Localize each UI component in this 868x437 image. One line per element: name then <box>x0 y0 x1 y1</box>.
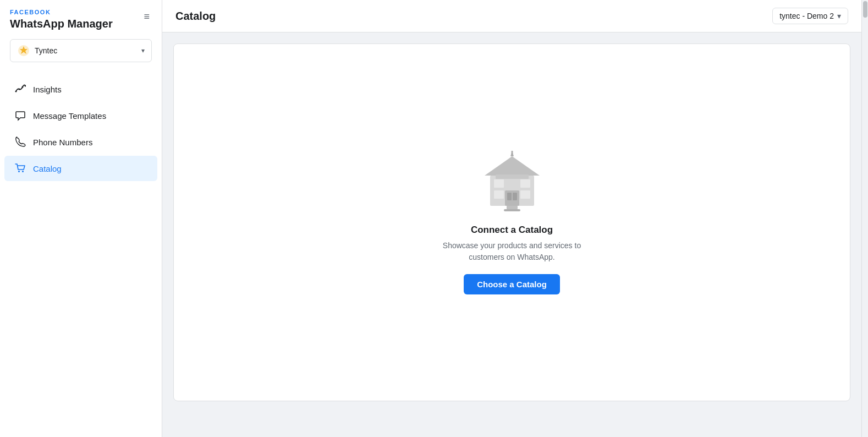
account-selector-chevron-icon: ▾ <box>141 47 145 54</box>
svg-marker-10 <box>510 151 514 156</box>
tyntec-logo-icon <box>18 45 30 57</box>
svg-rect-16 <box>520 179 530 188</box>
sidebar-item-insights-label: Insights <box>33 85 62 94</box>
scrollbar-area[interactable] <box>861 0 868 437</box>
account-selector[interactable]: Tyntec ▾ <box>10 39 152 62</box>
svg-rect-12 <box>494 190 504 199</box>
app-layout: FACEBOOK WhatsApp Manager ≡ Tyntec ▾ <box>0 0 868 437</box>
svg-rect-20 <box>496 174 529 179</box>
svg-rect-19 <box>504 209 520 211</box>
sidebar-brand: FACEBOOK WhatsApp Manager <box>10 9 113 39</box>
sidebar-item-phone-numbers-label: Phone Numbers <box>33 138 92 147</box>
catalog-icon <box>14 162 26 174</box>
sidebar-item-catalog[interactable]: Catalog <box>4 156 157 181</box>
svg-rect-11 <box>494 179 504 188</box>
svg-rect-18 <box>507 206 518 209</box>
account-name: Tyntec <box>35 46 141 55</box>
choose-catalog-button[interactable]: Choose a Catalog <box>464 274 560 294</box>
catalog-empty-description: Showcase your products and services to c… <box>441 240 584 263</box>
sidebar-item-phone-numbers[interactable]: Phone Numbers <box>4 129 157 155</box>
nav-menu: Insights Message Templates Phone N <box>0 71 162 187</box>
sidebar-item-insights[interactable]: Insights <box>4 77 157 102</box>
content-area: Connect a Catalog Showcase your products… <box>162 32 861 437</box>
catalog-card: Connect a Catalog Showcase your products… <box>173 43 850 401</box>
svg-point-6 <box>22 171 24 172</box>
svg-rect-14 <box>507 193 512 200</box>
svg-rect-17 <box>520 190 530 199</box>
svg-point-2 <box>19 89 20 90</box>
sidebar: FACEBOOK WhatsApp Manager ≡ Tyntec ▾ <box>0 0 162 437</box>
store-illustration-icon <box>479 151 545 211</box>
scrollbar-thumb[interactable] <box>863 1 867 18</box>
svg-point-3 <box>22 86 24 88</box>
svg-rect-13 <box>505 190 519 206</box>
svg-marker-8 <box>485 156 540 176</box>
app-title: WhatsApp Manager <box>10 18 113 30</box>
account-icon <box>17 44 30 57</box>
catalog-empty-title: Connect a Catalog <box>471 225 553 236</box>
sidebar-item-message-templates[interactable]: Message Templates <box>4 103 157 128</box>
main-header: Catalog tyntec - Demo 2 ▾ <box>162 0 861 32</box>
message-templates-icon <box>14 110 26 122</box>
sidebar-top-row: FACEBOOK WhatsApp Manager ≡ <box>0 0 162 39</box>
main-content: Catalog tyntec - Demo 2 ▾ <box>162 0 861 437</box>
account-switcher[interactable]: tyntec - Demo 2 ▾ <box>772 8 848 24</box>
page-title: Catalog <box>175 10 216 23</box>
sidebar-item-message-templates-label: Message Templates <box>33 111 106 121</box>
sidebar-item-catalog-label: Catalog <box>33 164 62 173</box>
svg-point-1 <box>15 91 17 92</box>
catalog-empty-state: Connect a Catalog Showcase your products… <box>419 129 606 316</box>
hamburger-icon[interactable]: ≡ <box>141 9 152 25</box>
svg-rect-15 <box>513 193 517 200</box>
account-switcher-label: tyntec - Demo 2 <box>779 12 834 20</box>
account-switcher-caret-icon: ▾ <box>837 12 841 20</box>
svg-point-5 <box>18 171 20 172</box>
phone-numbers-icon <box>14 136 26 148</box>
facebook-wordmark: FACEBOOK <box>10 9 113 15</box>
insights-icon <box>14 83 26 95</box>
account-selector-wrapper: Tyntec ▾ <box>0 39 162 71</box>
